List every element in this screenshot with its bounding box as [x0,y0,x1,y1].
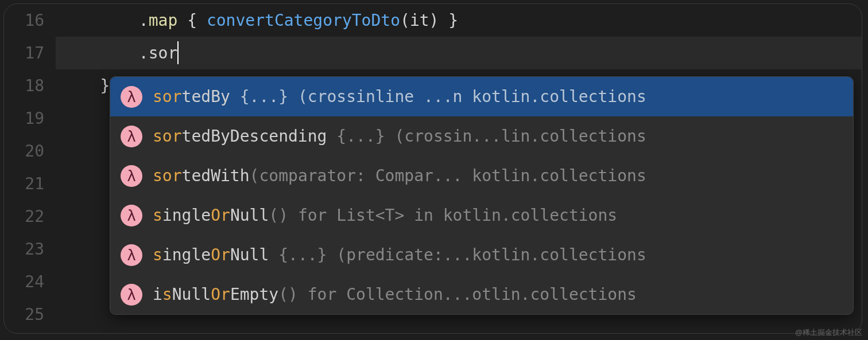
space [439,11,448,30]
autocomplete-item[interactable]: λsingleOrNull() for List<T> in kotlin.co… [110,196,853,235]
dot: . [139,44,149,62]
autocomplete-label: sortedBy {...} (crossinline ...n kotlin.… [153,87,843,106]
autocomplete-item[interactable]: λsortedByDescending {...} (crossin...lin… [110,116,853,156]
lbrace: { [187,11,197,30]
lambda-icon: λ [121,284,142,306]
autocomplete-item[interactable]: λsortedBy {...} (crossinline ...n kotlin… [110,77,853,116]
rparen: ) [429,11,439,30]
lambda-icon: λ [121,86,142,108]
typed-text: sor [149,44,178,62]
code-line-16[interactable]: .map { convertCategoryToDto(it) } [56,4,862,37]
autocomplete-label: singleOrNull {...} (predicate:...kotlin.… [153,245,843,264]
line-gutter: 16 17 18 19 20 21 22 23 24 25 [4,4,56,331]
lparen: ( [400,11,410,30]
rbrace: } [100,76,110,95]
indent [61,76,100,95]
func-call: convertCategoryToDto [207,11,400,30]
line-number: 24 [4,265,44,298]
autocomplete-item[interactable]: λsortedWith(comparator: Compar... kotlin… [110,156,853,196]
indent [61,11,139,30]
line-number: 17 [4,37,44,69]
lambda-icon: λ [121,205,142,226]
lambda-icon: λ [121,244,142,266]
line-number: 20 [4,135,44,167]
line-number: 25 [4,298,44,331]
rbrace: } [448,11,458,30]
text-cursor [177,41,179,64]
watermark: @稀土掘金技术社区 [795,327,862,338]
line-number: 23 [4,233,44,265]
space [197,11,207,30]
autocomplete-popup[interactable]: λsortedBy {...} (crossinline ...n kotlin… [110,76,854,315]
autocomplete-label: sortedWith(comparator: Compar... kotlin.… [153,166,843,185]
code-line-17[interactable]: .sor [56,37,862,69]
indent [61,44,139,62]
autocomplete-label: sortedByDescending {...} (crossin...lin.… [153,127,843,146]
lambda-icon: λ [121,165,142,187]
line-number: 19 [4,102,44,135]
dot: . [139,11,149,30]
line-number: 22 [4,200,44,233]
space [177,11,187,30]
autocomplete-item[interactable]: λsingleOrNull {...} (predicate:...kotlin… [110,235,853,275]
autocomplete-item[interactable]: λisNullOrEmpty() for Collection...otlin.… [110,275,853,314]
method-map: map [149,11,178,30]
code-editor[interactable]: 16 17 18 19 20 21 22 23 24 25 .map { con… [3,3,862,334]
line-number: 18 [4,69,44,102]
autocomplete-label: isNullOrEmpty() for Collection...otlin.c… [153,285,843,304]
line-number: 16 [4,4,44,37]
param-it: it [410,11,429,30]
autocomplete-label: singleOrNull() for List<T> in kotlin.col… [153,206,843,225]
lambda-icon: λ [121,126,142,147]
line-number: 21 [4,167,44,200]
